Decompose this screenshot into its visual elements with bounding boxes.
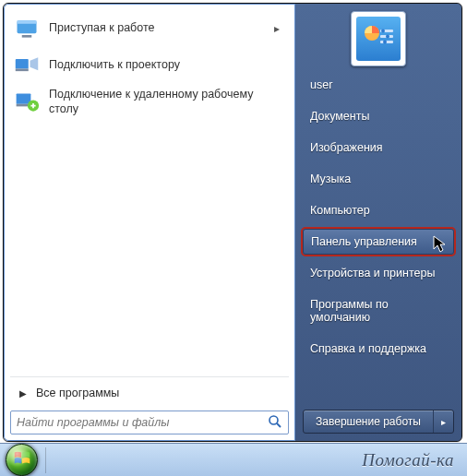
program-label: Приступая к работе — [49, 21, 274, 36]
nav-label: Панель управления — [311, 235, 417, 248]
svg-rect-3 — [16, 59, 29, 69]
program-item-remote-desktop[interactable]: Подключение к удаленному рабочему столу — [10, 84, 289, 121]
svg-point-15 — [386, 35, 389, 39]
svg-rect-1 — [18, 20, 37, 24]
svg-point-8 — [269, 416, 278, 424]
nav-help[interactable]: Справка и поддержка — [303, 336, 454, 362]
control-panel-icon — [356, 17, 401, 61]
nav-control-panel[interactable]: Панель управления — [303, 229, 454, 255]
triangle-right-icon: ▶ — [19, 388, 27, 399]
cursor-icon — [433, 235, 448, 256]
places-list: user Документы Изображения Музыка Компью… — [295, 68, 461, 362]
nav-devices-printers[interactable]: Устройства и принтеры — [303, 260, 454, 286]
start-menu-left: Приступая к работе ▸ Подключить к проект… — [4, 4, 295, 441]
program-label: Подключить к проектору — [49, 58, 285, 73]
shutdown-label: Завершение работы — [304, 411, 433, 433]
getting-started-icon — [12, 14, 42, 43]
nav-pictures[interactable]: Изображения — [303, 135, 454, 161]
shutdown-options-arrow-icon[interactable]: ▸ — [433, 411, 453, 433]
watermark-text: Помогай-ка — [362, 450, 454, 470]
all-programs-button[interactable]: ▶ Все программы — [10, 381, 289, 405]
search-input[interactable] — [17, 416, 268, 429]
program-label: Подключение к удаленному рабочему столу — [49, 88, 285, 116]
program-item-getting-started[interactable]: Приступая к работе ▸ — [10, 10, 289, 47]
projector-icon — [12, 51, 42, 80]
all-programs-label: Все программы — [36, 387, 119, 399]
search-row — [10, 411, 289, 434]
shutdown-button[interactable]: Завершение работы ▸ — [303, 410, 454, 434]
taskbar-separator — [45, 447, 46, 473]
svg-rect-2 — [22, 35, 32, 38]
nav-user[interactable]: user — [303, 72, 454, 98]
shutdown-row: Завершение работы ▸ — [303, 410, 454, 434]
start-orb[interactable] — [6, 444, 38, 476]
taskbar: Помогай-ка — [0, 443, 467, 476]
search-box[interactable] — [10, 411, 289, 434]
user-picture[interactable] — [351, 11, 406, 66]
program-item-projector[interactable]: Подключить к проектору — [10, 47, 289, 84]
submenu-arrow-icon: ▸ — [274, 22, 285, 35]
nav-default-programs[interactable]: Программы по умолчанию — [303, 292, 454, 330]
nav-documents[interactable]: Документы — [303, 103, 454, 129]
svg-point-14 — [381, 30, 385, 33]
nav-music[interactable]: Музыка — [303, 166, 454, 192]
recent-programs-list: Приступая к работе ▸ Подключить к проект… — [10, 10, 289, 373]
svg-point-16 — [383, 41, 387, 44]
search-icon — [268, 414, 282, 432]
nav-computer[interactable]: Компьютер — [303, 197, 454, 223]
svg-rect-4 — [16, 69, 29, 72]
start-menu-right: user Документы Изображения Музыка Компью… — [295, 4, 461, 441]
start-menu: Приступая к работе ▸ Подключить к проект… — [3, 3, 462, 442]
remote-desktop-icon — [12, 88, 42, 117]
separator — [10, 376, 289, 377]
svg-line-9 — [277, 423, 281, 427]
